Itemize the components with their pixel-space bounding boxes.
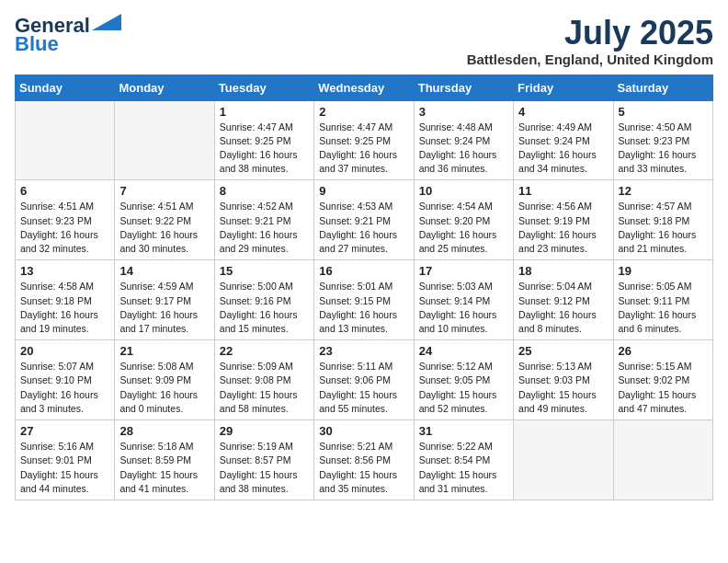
day-number: 9 <box>319 184 408 198</box>
day-info: Sunrise: 4:57 AM Sunset: 9:18 PM Dayligh… <box>619 200 708 256</box>
day-number: 11 <box>518 184 608 198</box>
day-info: Sunrise: 5:01 AM Sunset: 9:15 PM Dayligh… <box>319 280 408 336</box>
day-info: Sunrise: 5:05 AM Sunset: 9:11 PM Dayligh… <box>619 280 708 336</box>
calendar-cell: 10Sunrise: 4:54 AM Sunset: 9:20 PM Dayli… <box>414 180 513 260</box>
day-number: 5 <box>619 105 708 119</box>
calendar-cell: 19Sunrise: 5:05 AM Sunset: 9:11 PM Dayli… <box>613 260 712 340</box>
day-info: Sunrise: 4:50 AM Sunset: 9:23 PM Dayligh… <box>619 121 708 177</box>
weekday-header: Thursday <box>414 75 513 100</box>
day-info: Sunrise: 5:09 AM Sunset: 9:08 PM Dayligh… <box>220 360 309 416</box>
weekday-header: Tuesday <box>214 75 313 100</box>
calendar-week-row: 1Sunrise: 4:47 AM Sunset: 9:25 PM Daylig… <box>16 100 713 180</box>
calendar-cell: 21Sunrise: 5:08 AM Sunset: 9:09 PM Dayli… <box>115 340 214 420</box>
day-number: 6 <box>20 184 109 198</box>
weekday-header: Sunday <box>16 75 115 100</box>
day-info: Sunrise: 5:22 AM Sunset: 8:54 PM Dayligh… <box>419 440 508 496</box>
day-number: 3 <box>419 105 508 119</box>
calendar-table: SundayMondayTuesdayWednesdayThursdayFrid… <box>15 75 713 500</box>
calendar-cell: 17Sunrise: 5:03 AM Sunset: 9:14 PM Dayli… <box>414 260 513 340</box>
calendar-cell: 16Sunrise: 5:01 AM Sunset: 9:15 PM Dayli… <box>314 260 414 340</box>
day-number: 30 <box>319 424 408 438</box>
day-info: Sunrise: 5:07 AM Sunset: 9:10 PM Dayligh… <box>20 360 109 416</box>
day-number: 27 <box>20 424 109 438</box>
svg-marker-0 <box>92 14 121 30</box>
day-number: 8 <box>220 184 309 198</box>
calendar-cell <box>613 420 712 500</box>
day-number: 31 <box>419 424 508 438</box>
day-number: 24 <box>419 344 508 358</box>
calendar-week-row: 13Sunrise: 4:58 AM Sunset: 9:18 PM Dayli… <box>16 260 713 340</box>
calendar-cell: 31Sunrise: 5:22 AM Sunset: 8:54 PM Dayli… <box>414 420 513 500</box>
calendar-cell: 1Sunrise: 4:47 AM Sunset: 9:25 PM Daylig… <box>214 100 313 180</box>
day-info: Sunrise: 5:15 AM Sunset: 9:02 PM Dayligh… <box>619 360 708 416</box>
calendar-cell: 28Sunrise: 5:18 AM Sunset: 8:59 PM Dayli… <box>115 420 214 500</box>
day-info: Sunrise: 4:47 AM Sunset: 9:25 PM Dayligh… <box>319 121 408 177</box>
day-info: Sunrise: 4:48 AM Sunset: 9:24 PM Dayligh… <box>419 121 508 177</box>
calendar-cell: 5Sunrise: 4:50 AM Sunset: 9:23 PM Daylig… <box>613 100 712 180</box>
weekday-header: Wednesday <box>314 75 414 100</box>
location-text: Battlesden, England, United Kingdom <box>467 52 713 67</box>
day-info: Sunrise: 5:16 AM Sunset: 9:01 PM Dayligh… <box>20 440 109 496</box>
day-number: 23 <box>319 344 408 358</box>
calendar-week-row: 6Sunrise: 4:51 AM Sunset: 9:23 PM Daylig… <box>16 180 713 260</box>
day-number: 14 <box>119 264 209 278</box>
logo: General Blue <box>15 15 121 55</box>
day-info: Sunrise: 5:08 AM Sunset: 9:09 PM Dayligh… <box>119 360 209 416</box>
calendar-cell: 12Sunrise: 4:57 AM Sunset: 9:18 PM Dayli… <box>613 180 712 260</box>
day-number: 22 <box>220 344 309 358</box>
day-number: 26 <box>619 344 708 358</box>
month-year-title: July 2025 <box>467 15 713 52</box>
page-header: General Blue July 2025 Battlesden, Engla… <box>15 15 713 67</box>
day-info: Sunrise: 4:51 AM Sunset: 9:22 PM Dayligh… <box>119 200 209 256</box>
day-info: Sunrise: 4:52 AM Sunset: 9:21 PM Dayligh… <box>220 200 309 256</box>
day-info: Sunrise: 5:04 AM Sunset: 9:12 PM Dayligh… <box>518 280 608 336</box>
calendar-cell: 29Sunrise: 5:19 AM Sunset: 8:57 PM Dayli… <box>214 420 313 500</box>
calendar-cell: 23Sunrise: 5:11 AM Sunset: 9:06 PM Dayli… <box>314 340 414 420</box>
day-number: 12 <box>619 184 708 198</box>
day-info: Sunrise: 4:47 AM Sunset: 9:25 PM Dayligh… <box>220 121 309 177</box>
calendar-cell: 3Sunrise: 4:48 AM Sunset: 9:24 PM Daylig… <box>414 100 513 180</box>
calendar-cell: 11Sunrise: 4:56 AM Sunset: 9:19 PM Dayli… <box>514 180 613 260</box>
calendar-cell: 2Sunrise: 4:47 AM Sunset: 9:25 PM Daylig… <box>314 100 414 180</box>
day-info: Sunrise: 5:19 AM Sunset: 8:57 PM Dayligh… <box>220 440 309 496</box>
calendar-cell: 9Sunrise: 4:53 AM Sunset: 9:21 PM Daylig… <box>314 180 414 260</box>
weekday-header-row: SundayMondayTuesdayWednesdayThursdayFrid… <box>16 75 713 100</box>
calendar-cell <box>115 100 214 180</box>
calendar-cell: 15Sunrise: 5:00 AM Sunset: 9:16 PM Dayli… <box>214 260 313 340</box>
calendar-cell: 6Sunrise: 4:51 AM Sunset: 9:23 PM Daylig… <box>16 180 115 260</box>
day-info: Sunrise: 4:58 AM Sunset: 9:18 PM Dayligh… <box>20 280 109 336</box>
calendar-cell: 13Sunrise: 4:58 AM Sunset: 9:18 PM Dayli… <box>16 260 115 340</box>
day-number: 7 <box>119 184 209 198</box>
calendar-cell: 22Sunrise: 5:09 AM Sunset: 9:08 PM Dayli… <box>214 340 313 420</box>
calendar-week-row: 20Sunrise: 5:07 AM Sunset: 9:10 PM Dayli… <box>16 340 713 420</box>
calendar-cell: 4Sunrise: 4:49 AM Sunset: 9:24 PM Daylig… <box>514 100 613 180</box>
day-info: Sunrise: 4:53 AM Sunset: 9:21 PM Dayligh… <box>319 200 408 256</box>
day-number: 28 <box>119 424 209 438</box>
day-number: 15 <box>220 264 309 278</box>
calendar-cell: 18Sunrise: 5:04 AM Sunset: 9:12 PM Dayli… <box>514 260 613 340</box>
calendar-cell: 30Sunrise: 5:21 AM Sunset: 8:56 PM Dayli… <box>314 420 414 500</box>
day-info: Sunrise: 5:13 AM Sunset: 9:03 PM Dayligh… <box>518 360 608 416</box>
calendar-week-row: 27Sunrise: 5:16 AM Sunset: 9:01 PM Dayli… <box>16 420 713 500</box>
day-number: 13 <box>20 264 109 278</box>
day-number: 10 <box>419 184 508 198</box>
day-number: 16 <box>319 264 408 278</box>
day-info: Sunrise: 5:03 AM Sunset: 9:14 PM Dayligh… <box>419 280 508 336</box>
day-number: 2 <box>319 105 408 119</box>
calendar-cell: 7Sunrise: 4:51 AM Sunset: 9:22 PM Daylig… <box>115 180 214 260</box>
calendar-cell: 26Sunrise: 5:15 AM Sunset: 9:02 PM Dayli… <box>613 340 712 420</box>
day-info: Sunrise: 5:12 AM Sunset: 9:05 PM Dayligh… <box>419 360 508 416</box>
day-number: 20 <box>20 344 109 358</box>
calendar-cell: 25Sunrise: 5:13 AM Sunset: 9:03 PM Dayli… <box>514 340 613 420</box>
day-info: Sunrise: 4:59 AM Sunset: 9:17 PM Dayligh… <box>119 280 209 336</box>
day-number: 19 <box>619 264 708 278</box>
calendar-cell <box>16 100 115 180</box>
logo-icon <box>92 14 121 30</box>
calendar-cell: 20Sunrise: 5:07 AM Sunset: 9:10 PM Dayli… <box>16 340 115 420</box>
calendar-cell: 14Sunrise: 4:59 AM Sunset: 9:17 PM Dayli… <box>115 260 214 340</box>
day-number: 17 <box>419 264 508 278</box>
day-info: Sunrise: 4:54 AM Sunset: 9:20 PM Dayligh… <box>419 200 508 256</box>
day-number: 18 <box>518 264 608 278</box>
calendar-cell <box>514 420 613 500</box>
logo-blue-text: Blue <box>15 33 59 55</box>
